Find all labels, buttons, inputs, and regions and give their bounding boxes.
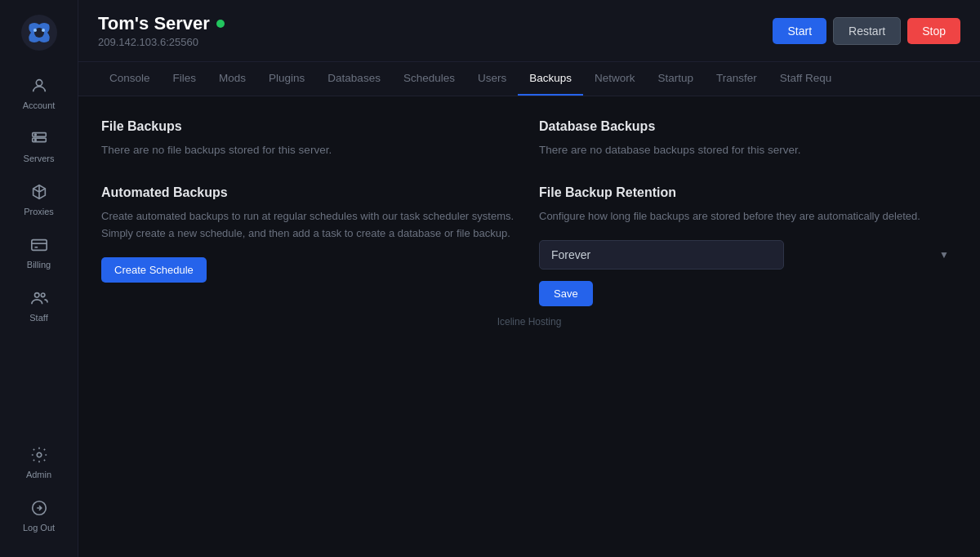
sidebar-item-staff-label: Staff xyxy=(29,313,47,323)
select-chevron-icon: ▼ xyxy=(939,249,949,261)
retention-title: File Backup Retention xyxy=(539,185,957,200)
tab-mods[interactable]: Mods xyxy=(207,62,257,96)
tab-users[interactable]: Users xyxy=(466,62,518,96)
account-icon xyxy=(30,77,48,97)
automated-backups-title: Automated Backups xyxy=(101,185,519,200)
sidebar-item-logout[interactable]: Log Out xyxy=(0,491,78,541)
svg-point-12 xyxy=(37,452,42,457)
retention-select[interactable]: Forever 1 Day 7 Days 14 Days 30 Days 60 … xyxy=(539,240,784,270)
tab-databases[interactable]: Databases xyxy=(316,62,392,96)
header-actions: Start Restart Stop xyxy=(773,17,960,45)
tab-staffreq[interactable]: Staff Requ xyxy=(768,62,844,96)
page-content: File Backups There are no file backups s… xyxy=(78,96,980,557)
tab-startup[interactable]: Startup xyxy=(647,62,706,96)
tab-nav: Console Files Mods Plugins Databases Sch… xyxy=(78,62,980,96)
file-backup-retention-section: File Backup Retention Configure how long… xyxy=(539,185,957,306)
sidebar-item-staff[interactable]: Staff xyxy=(0,281,78,331)
file-backups-section: File Backups There are no file backups s… xyxy=(101,119,519,156)
svg-point-4 xyxy=(36,80,42,86)
svg-point-7 xyxy=(34,134,36,136)
server-ip: 209.142.103.6:25560 xyxy=(98,36,225,48)
tab-backups[interactable]: Backups xyxy=(518,62,583,96)
retention-desc: Configure how long file backups are stor… xyxy=(539,208,957,225)
sidebar-item-admin-label: Admin xyxy=(26,470,51,479)
automated-backups-desc: Create automated backups to run at regul… xyxy=(101,208,519,243)
sidebar-item-admin[interactable]: Admin xyxy=(0,438,78,488)
server-info: Tom's Server 209.142.103.6:25560 xyxy=(98,13,225,48)
create-schedule-button[interactable]: Create Schedule xyxy=(101,257,207,283)
tab-console[interactable]: Console xyxy=(98,62,162,96)
backups-bottom-row: Automated Backups Create automated backu… xyxy=(101,185,957,306)
retention-select-wrapper: Forever 1 Day 7 Days 14 Days 30 Days 60 … xyxy=(539,240,957,270)
restart-button[interactable]: Restart xyxy=(833,17,901,45)
save-button[interactable]: Save xyxy=(539,281,593,306)
servers-icon xyxy=(30,130,48,150)
svg-point-2 xyxy=(33,29,37,32)
tab-network[interactable]: Network xyxy=(583,62,647,96)
billing-icon xyxy=(30,236,48,256)
sidebar-bottom: Admin Log Out xyxy=(0,438,78,547)
stop-button[interactable]: Stop xyxy=(907,18,960,44)
logo[interactable] xyxy=(16,10,62,56)
automated-backups-section: Automated Backups Create automated backu… xyxy=(101,185,519,306)
footer-text: Iceline Hosting xyxy=(497,316,562,328)
tab-plugins[interactable]: Plugins xyxy=(257,62,316,96)
sidebar-item-account-label: Account xyxy=(23,100,56,110)
svg-rect-9 xyxy=(31,240,46,251)
svg-point-3 xyxy=(42,29,45,32)
footer: Iceline Hosting xyxy=(101,306,957,331)
sidebar-item-proxies-label: Proxies xyxy=(24,207,54,216)
svg-point-10 xyxy=(34,293,39,298)
proxies-icon xyxy=(30,183,48,203)
server-name-text: Tom's Server xyxy=(98,13,210,34)
svg-point-11 xyxy=(41,293,45,297)
file-backups-title: File Backups xyxy=(101,119,519,134)
tab-files[interactable]: Files xyxy=(162,62,208,96)
header: Tom's Server 209.142.103.6:25560 Start R… xyxy=(78,0,980,62)
backups-top-row: File Backups There are no file backups s… xyxy=(101,119,957,156)
sidebar-item-servers[interactable]: Servers xyxy=(0,122,78,172)
start-button[interactable]: Start xyxy=(773,18,826,44)
database-backups-empty: There are no database backups stored for… xyxy=(539,144,957,156)
sidebar-nav: Account Servers Proxies xyxy=(0,69,78,438)
svg-point-8 xyxy=(34,139,36,140)
sidebar-item-account[interactable]: Account xyxy=(0,69,78,118)
tab-transfer[interactable]: Transfer xyxy=(705,62,768,96)
sidebar-item-proxies[interactable]: Proxies xyxy=(0,175,78,225)
sidebar-item-servers-label: Servers xyxy=(24,154,55,163)
sidebar-item-billing-label: Billing xyxy=(27,260,51,270)
database-backups-title: Database Backups xyxy=(539,119,957,134)
logout-icon xyxy=(30,499,48,519)
sidebar: Account Servers Proxies xyxy=(0,0,78,557)
sidebar-item-billing[interactable]: Billing xyxy=(0,228,78,278)
tab-schedules[interactable]: Schedules xyxy=(392,62,466,96)
main-content: Tom's Server 209.142.103.6:25560 Start R… xyxy=(78,0,980,557)
staff-icon xyxy=(30,289,48,310)
file-backups-empty: There are no file backups stored for thi… xyxy=(101,144,519,156)
sidebar-item-logout-label: Log Out xyxy=(23,523,55,532)
status-indicator xyxy=(216,20,225,28)
server-name: Tom's Server xyxy=(98,13,225,34)
database-backups-section: Database Backups There are no database b… xyxy=(539,119,957,156)
admin-icon xyxy=(30,446,48,466)
